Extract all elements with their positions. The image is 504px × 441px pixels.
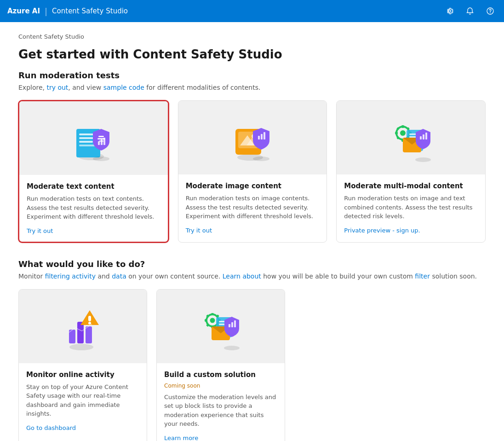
card-text-body: Moderate text content Run moderation tes… (19, 175, 168, 242)
section2-description: Monitor filtering activity and data on y… (18, 273, 486, 280)
navbar-brand: Azure AI (7, 7, 40, 15)
card-custom[interactable]: Build a custom solution Coming soon Cust… (156, 289, 285, 441)
navbar-title: Content Safety Studio (52, 7, 128, 15)
svg-point-45 (69, 344, 93, 350)
main-content: Content Safety Studio Get started with C… (0, 22, 504, 441)
card-monitor-image (19, 290, 147, 363)
svg-rect-13 (101, 139, 103, 145)
help-icon[interactable] (484, 5, 497, 17)
svg-rect-54 (211, 313, 214, 315)
svg-rect-48 (86, 326, 92, 343)
svg-point-41 (415, 157, 431, 162)
navbar-brand-text: Azure AI (7, 7, 40, 15)
svg-rect-47 (77, 322, 84, 343)
svg-rect-12 (98, 141, 100, 145)
svg-point-51 (88, 322, 91, 325)
section1-title: Run moderation tests (18, 70, 486, 80)
data-link[interactable]: data (112, 273, 126, 280)
svg-point-26 (400, 130, 406, 136)
sample-code-link[interactable]: sample code (103, 84, 144, 91)
filter-link[interactable]: filter (415, 273, 430, 280)
page-title: Get started with Content Safety Studio (18, 47, 486, 61)
filtering-link[interactable]: filtering activity (45, 273, 96, 280)
card-custom-link[interactable]: Learn more (164, 435, 198, 441)
svg-rect-29 (395, 132, 398, 134)
card-monitor-title: Monitor online activity (26, 371, 139, 379)
card-text-content[interactable]: Moderate text content Run moderation tes… (18, 100, 169, 243)
card-monitor-body: Monitor online activity Stay on top of y… (19, 363, 147, 439)
svg-rect-22 (258, 136, 260, 139)
svg-point-53 (210, 318, 215, 323)
card-text-title: Moderate text content (27, 182, 160, 191)
card-multimodal-description: Run moderation tests on image and text c… (344, 194, 478, 221)
svg-rect-69 (229, 324, 230, 327)
svg-rect-44 (425, 133, 427, 139)
svg-rect-56 (205, 319, 207, 322)
try-out-link[interactable]: try out (46, 84, 68, 91)
navbar: Azure AI | Content Safety Studio (0, 0, 504, 22)
svg-rect-71 (234, 320, 236, 327)
card-custom-description: Customize the moderation levels and set … (164, 393, 277, 429)
card-image-link[interactable]: Try it out (186, 227, 212, 234)
card-custom-title: Build a custom solution (164, 371, 277, 379)
svg-point-68 (224, 346, 240, 350)
svg-rect-14 (103, 138, 105, 145)
svg-rect-42 (420, 136, 422, 139)
card-image-illustration (178, 101, 327, 174)
svg-point-8 (93, 157, 109, 161)
svg-rect-70 (231, 322, 233, 327)
svg-rect-7 (79, 145, 95, 146)
svg-rect-6 (79, 141, 93, 143)
card-image-content[interactable]: Moderate image content Run moderation te… (178, 100, 327, 243)
svg-point-1 (490, 12, 490, 13)
svg-rect-43 (423, 134, 424, 139)
card-multimodal-title: Moderate multi-modal content (344, 182, 478, 190)
navbar-divider: | (45, 6, 47, 16)
svg-rect-23 (261, 134, 263, 139)
card-custom-coming-soon: Coming soon (164, 383, 277, 389)
card-multimodal-body: Moderate multi-modal content Run moderat… (337, 174, 485, 241)
card-multimodal-link[interactable]: Private preview - sign up. (344, 227, 420, 234)
navbar-icons (443, 5, 497, 17)
bottom-cards-grid: Monitor online activity Stay on top of y… (18, 289, 486, 441)
card-text-image (19, 101, 168, 175)
card-monitor[interactable]: Monitor online activity Stay on top of y… (18, 289, 147, 441)
card-multimodal-content[interactable]: Moderate multi-modal content Run moderat… (336, 100, 486, 243)
card-image-description: Run moderation tests on image contents. … (186, 194, 320, 221)
card-image-body: Moderate image content Run moderation te… (178, 174, 327, 241)
card-image-title: Moderate image content (186, 182, 320, 190)
card-monitor-description: Stay on top of your Azure Content Safety… (26, 383, 139, 418)
bell-icon[interactable] (464, 5, 476, 17)
svg-rect-9 (98, 136, 104, 137)
svg-point-21 (253, 157, 269, 161)
breadcrumb: Content Safety Studio (18, 33, 486, 40)
top-cards-grid: Moderate text content Run moderation tes… (18, 100, 486, 243)
svg-rect-24 (263, 132, 265, 139)
card-custom-image (157, 290, 285, 363)
section1-description: Explore, try out, and view sample code f… (18, 84, 486, 91)
settings-icon[interactable] (443, 5, 456, 17)
learn-about-link[interactable]: Learn about (223, 273, 261, 280)
svg-rect-50 (88, 316, 91, 321)
card-multimodal-illustration (337, 101, 485, 174)
card-text-link[interactable]: Try it out (27, 227, 53, 234)
card-text-description: Run moderation tests on text contents. A… (27, 194, 160, 221)
card-custom-body: Build a custom solution Coming soon Cust… (157, 363, 285, 441)
card-monitor-link[interactable]: Go to dashboard (26, 424, 76, 431)
section2-title: What would you like to do? (18, 259, 486, 269)
svg-rect-27 (401, 125, 404, 128)
